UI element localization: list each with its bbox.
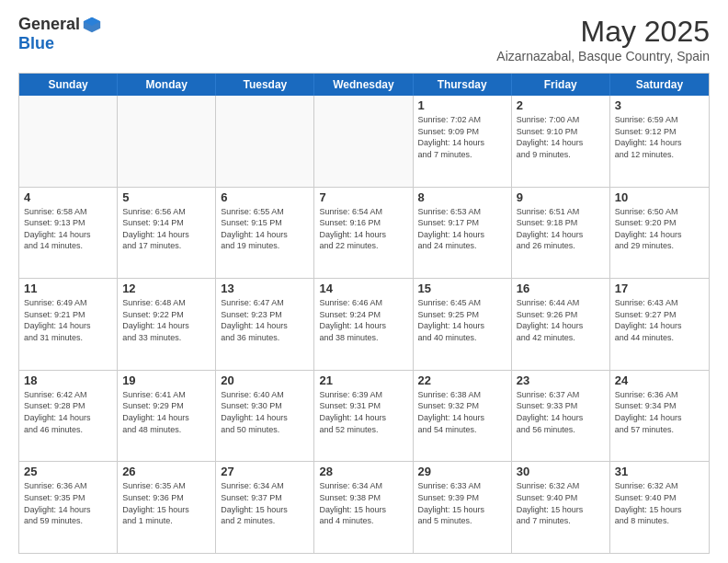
- cell-date: 30: [517, 465, 605, 478]
- month-title: May 2025: [496, 15, 710, 49]
- cell-date: 20: [221, 373, 309, 387]
- cell-date: 29: [418, 465, 506, 478]
- cell-info: Sunrise: 6:42 AM Sunset: 9:28 PM Dayligh…: [24, 389, 112, 435]
- logo: General Blue: [18, 15, 102, 53]
- cell-date: 12: [122, 282, 210, 295]
- calendar-cell-4-1: 18Sunrise: 6:42 AM Sunset: 9:28 PM Dayli…: [19, 371, 118, 462]
- calendar-cell-4-6: 23Sunrise: 6:37 AM Sunset: 9:33 PM Dayli…: [512, 371, 610, 462]
- calendar: Sunday Monday Tuesday Wednesday Thursday…: [18, 73, 710, 554]
- calendar-cell-2-3: 6Sunrise: 6:55 AM Sunset: 9:15 PM Daylig…: [216, 188, 314, 279]
- cell-date: 6: [221, 190, 309, 204]
- cell-info: Sunrise: 7:00 AM Sunset: 9:10 PM Dayligh…: [517, 114, 605, 160]
- cell-info: Sunrise: 6:35 AM Sunset: 9:36 PM Dayligh…: [122, 480, 210, 526]
- page-header: General Blue May 2025 Aizarnazabal, Basq…: [18, 15, 710, 63]
- cell-info: Sunrise: 6:49 AM Sunset: 9:21 PM Dayligh…: [24, 297, 112, 343]
- cell-info: Sunrise: 6:53 AM Sunset: 9:17 PM Dayligh…: [418, 206, 506, 252]
- logo-general: General: [18, 16, 80, 34]
- calendar-cell-2-7: 10Sunrise: 6:50 AM Sunset: 9:20 PM Dayli…: [610, 188, 709, 279]
- weekday-friday: Friday: [512, 74, 610, 96]
- cell-info: Sunrise: 6:46 AM Sunset: 9:24 PM Dayligh…: [319, 297, 407, 343]
- calendar-cell-1-3: [216, 96, 314, 187]
- cell-date: 1: [418, 98, 506, 112]
- weekday-sunday: Sunday: [19, 74, 118, 96]
- cell-date: 18: [24, 373, 112, 387]
- weekday-saturday: Saturday: [610, 74, 709, 96]
- calendar-cell-4-3: 20Sunrise: 6:40 AM Sunset: 9:30 PM Dayli…: [216, 371, 314, 462]
- cell-info: Sunrise: 6:59 AM Sunset: 9:12 PM Dayligh…: [615, 114, 704, 160]
- cell-info: Sunrise: 6:47 AM Sunset: 9:23 PM Dayligh…: [221, 297, 309, 343]
- calendar-cell-3-2: 12Sunrise: 6:48 AM Sunset: 9:22 PM Dayli…: [118, 279, 216, 370]
- logo-blue: Blue: [18, 34, 54, 52]
- cell-date: 4: [24, 190, 112, 204]
- weekday-wednesday: Wednesday: [314, 74, 413, 96]
- cell-info: Sunrise: 6:36 AM Sunset: 9:35 PM Dayligh…: [24, 480, 112, 526]
- calendar-cell-1-4: [314, 96, 413, 187]
- cell-date: 8: [418, 190, 506, 204]
- calendar-header: Sunday Monday Tuesday Wednesday Thursday…: [19, 74, 709, 96]
- calendar-cell-5-4: 28Sunrise: 6:34 AM Sunset: 9:38 PM Dayli…: [314, 462, 413, 553]
- location-title: Aizarnazabal, Basque Country, Spain: [496, 49, 710, 63]
- cell-info: Sunrise: 6:40 AM Sunset: 9:30 PM Dayligh…: [221, 389, 309, 435]
- calendar-cell-1-1: [19, 96, 118, 187]
- cell-date: 24: [615, 373, 704, 387]
- cell-info: Sunrise: 6:33 AM Sunset: 9:39 PM Dayligh…: [418, 480, 506, 526]
- calendar-cell-5-1: 25Sunrise: 6:36 AM Sunset: 9:35 PM Dayli…: [19, 462, 118, 553]
- cell-date: 26: [122, 465, 210, 478]
- cell-date: 9: [517, 190, 605, 204]
- calendar-cell-3-3: 13Sunrise: 6:47 AM Sunset: 9:23 PM Dayli…: [216, 279, 314, 370]
- cell-date: 31: [615, 465, 704, 478]
- cell-date: 16: [517, 282, 605, 295]
- cell-info: Sunrise: 6:34 AM Sunset: 9:38 PM Dayligh…: [319, 480, 407, 526]
- calendar-row-1: 1Sunrise: 7:02 AM Sunset: 9:09 PM Daylig…: [19, 96, 709, 188]
- cell-date: 2: [517, 98, 605, 112]
- cell-info: Sunrise: 6:41 AM Sunset: 9:29 PM Dayligh…: [122, 389, 210, 435]
- cell-info: Sunrise: 6:43 AM Sunset: 9:27 PM Dayligh…: [615, 297, 704, 343]
- cell-info: Sunrise: 6:54 AM Sunset: 9:16 PM Dayligh…: [319, 206, 407, 252]
- calendar-cell-4-4: 21Sunrise: 6:39 AM Sunset: 9:31 PM Dayli…: [314, 371, 413, 462]
- weekday-monday: Monday: [118, 74, 216, 96]
- cell-info: Sunrise: 6:48 AM Sunset: 9:22 PM Dayligh…: [122, 297, 210, 343]
- cell-date: 11: [24, 282, 112, 295]
- calendar-body: 1Sunrise: 7:02 AM Sunset: 9:09 PM Daylig…: [19, 96, 709, 553]
- cell-info: Sunrise: 6:38 AM Sunset: 9:32 PM Dayligh…: [418, 389, 506, 435]
- calendar-cell-1-5: 1Sunrise: 7:02 AM Sunset: 9:09 PM Daylig…: [414, 96, 512, 187]
- calendar-row-4: 18Sunrise: 6:42 AM Sunset: 9:28 PM Dayli…: [19, 371, 709, 463]
- calendar-cell-5-2: 26Sunrise: 6:35 AM Sunset: 9:36 PM Dayli…: [118, 462, 216, 553]
- cell-date: 21: [319, 373, 407, 387]
- calendar-cell-3-5: 15Sunrise: 6:45 AM Sunset: 9:25 PM Dayli…: [414, 279, 512, 370]
- calendar-cell-1-7: 3Sunrise: 6:59 AM Sunset: 9:12 PM Daylig…: [610, 96, 709, 187]
- calendar-cell-2-4: 7Sunrise: 6:54 AM Sunset: 9:16 PM Daylig…: [314, 188, 413, 279]
- calendar-cell-4-2: 19Sunrise: 6:41 AM Sunset: 9:29 PM Dayli…: [118, 371, 216, 462]
- calendar-row-5: 25Sunrise: 6:36 AM Sunset: 9:35 PM Dayli…: [19, 462, 709, 553]
- calendar-cell-3-7: 17Sunrise: 6:43 AM Sunset: 9:27 PM Dayli…: [610, 279, 709, 370]
- cell-info: Sunrise: 6:36 AM Sunset: 9:34 PM Dayligh…: [615, 389, 704, 435]
- logo-icon: [82, 15, 102, 35]
- calendar-cell-5-7: 31Sunrise: 6:32 AM Sunset: 9:40 PM Dayli…: [610, 462, 709, 553]
- cell-date: 15: [418, 282, 506, 295]
- calendar-cell-3-6: 16Sunrise: 6:44 AM Sunset: 9:26 PM Dayli…: [512, 279, 610, 370]
- cell-date: 10: [615, 190, 704, 204]
- cell-info: Sunrise: 7:02 AM Sunset: 9:09 PM Dayligh…: [418, 114, 506, 160]
- cell-info: Sunrise: 6:56 AM Sunset: 9:14 PM Dayligh…: [122, 206, 210, 252]
- cell-info: Sunrise: 6:51 AM Sunset: 9:18 PM Dayligh…: [517, 206, 605, 252]
- cell-date: 23: [517, 373, 605, 387]
- cell-date: 25: [24, 465, 112, 478]
- calendar-cell-5-3: 27Sunrise: 6:34 AM Sunset: 9:37 PM Dayli…: [216, 462, 314, 553]
- calendar-cell-2-2: 5Sunrise: 6:56 AM Sunset: 9:14 PM Daylig…: [118, 188, 216, 279]
- title-block: May 2025 Aizarnazabal, Basque Country, S…: [496, 15, 710, 63]
- calendar-cell-4-7: 24Sunrise: 6:36 AM Sunset: 9:34 PM Dayli…: [610, 371, 709, 462]
- cell-date: 28: [319, 465, 407, 478]
- calendar-cell-4-5: 22Sunrise: 6:38 AM Sunset: 9:32 PM Dayli…: [414, 371, 512, 462]
- cell-info: Sunrise: 6:34 AM Sunset: 9:37 PM Dayligh…: [221, 480, 309, 526]
- cell-info: Sunrise: 6:58 AM Sunset: 9:13 PM Dayligh…: [24, 206, 112, 252]
- cell-date: 7: [319, 190, 407, 204]
- calendar-cell-3-4: 14Sunrise: 6:46 AM Sunset: 9:24 PM Dayli…: [314, 279, 413, 370]
- calendar-cell-1-2: [118, 96, 216, 187]
- cell-info: Sunrise: 6:50 AM Sunset: 9:20 PM Dayligh…: [615, 206, 704, 252]
- calendar-row-2: 4Sunrise: 6:58 AM Sunset: 9:13 PM Daylig…: [19, 188, 709, 280]
- cell-info: Sunrise: 6:32 AM Sunset: 9:40 PM Dayligh…: [615, 480, 704, 526]
- weekday-tuesday: Tuesday: [216, 74, 314, 96]
- calendar-cell-2-1: 4Sunrise: 6:58 AM Sunset: 9:13 PM Daylig…: [19, 188, 118, 279]
- cell-date: 22: [418, 373, 506, 387]
- cell-info: Sunrise: 6:37 AM Sunset: 9:33 PM Dayligh…: [517, 389, 605, 435]
